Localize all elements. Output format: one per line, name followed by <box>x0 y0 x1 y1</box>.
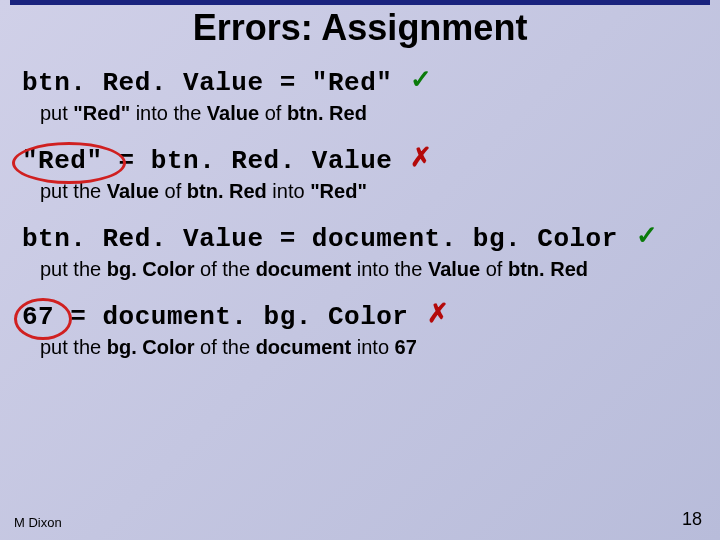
code-text: 67 = document. bg. Color <box>22 302 408 332</box>
code-line-2: "Red" = btn. Red. Value ✗ <box>22 147 433 177</box>
code-line-4: 67 = document. bg. Color ✗ <box>22 303 449 333</box>
desc-text: put the <box>40 180 107 202</box>
footer-author: M Dixon <box>14 515 62 530</box>
desc-text: btn. Red <box>187 180 267 202</box>
code-line-1: btn. Red. Value = "Red" ✓ <box>22 69 433 99</box>
desc-text: "Red" <box>310 180 367 202</box>
footer-page: 18 <box>682 509 702 530</box>
example-3: btn. Red. Value = document. bg. Color ✓ … <box>22 225 698 281</box>
cross-icon: ✗ <box>410 143 433 173</box>
desc-text: of <box>159 180 187 202</box>
example-2: "Red" = btn. Red. Value ✗ put the Value … <box>22 147 698 203</box>
desc-text: "Red" <box>73 102 130 124</box>
desc-text: document <box>256 336 352 358</box>
desc-text: put the <box>40 336 107 358</box>
code-text: btn. Red. Value = "Red" <box>22 68 392 98</box>
desc-text: into the <box>130 102 207 124</box>
cross-icon: ✗ <box>427 299 450 329</box>
desc-1: put "Red" into the Value of btn. Red <box>40 101 698 125</box>
slide-title: Errors: Assignment <box>0 7 720 49</box>
check-icon: ✓ <box>636 221 659 251</box>
desc-text: Value <box>107 180 159 202</box>
code-line-3: btn. Red. Value = document. bg. Color ✓ <box>22 225 658 255</box>
desc-text: of <box>480 258 508 280</box>
desc-text: of the <box>194 258 255 280</box>
desc-text: into the <box>351 258 428 280</box>
desc-text: Value <box>207 102 259 124</box>
desc-3: put the bg. Color of the document into t… <box>40 257 698 281</box>
desc-4: put the bg. Color of the document into 6… <box>40 335 698 359</box>
desc-text: bg. Color <box>107 258 195 280</box>
title-divider <box>10 0 710 5</box>
desc-text: bg. Color <box>107 336 195 358</box>
desc-text: of the <box>194 336 255 358</box>
desc-text: Value <box>428 258 480 280</box>
desc-text: of <box>259 102 287 124</box>
desc-text: document <box>256 258 352 280</box>
desc-text: put the <box>40 258 107 280</box>
example-1: btn. Red. Value = "Red" ✓ put "Red" into… <box>22 69 698 125</box>
code-text: btn. Red. Value = document. bg. Color <box>22 224 618 254</box>
desc-2: put the Value of btn. Red into "Red" <box>40 179 698 203</box>
check-icon: ✓ <box>410 65 433 95</box>
slide-body: btn. Red. Value = "Red" ✓ put "Red" into… <box>0 69 720 359</box>
desc-text: btn. Red <box>287 102 367 124</box>
example-4: 67 = document. bg. Color ✗ put the bg. C… <box>22 303 698 359</box>
desc-text: into <box>267 180 310 202</box>
desc-text: 67 <box>395 336 417 358</box>
code-text: "Red" = btn. Red. Value <box>22 146 392 176</box>
desc-text: into <box>351 336 394 358</box>
desc-text: btn. Red <box>508 258 588 280</box>
desc-text: put <box>40 102 73 124</box>
